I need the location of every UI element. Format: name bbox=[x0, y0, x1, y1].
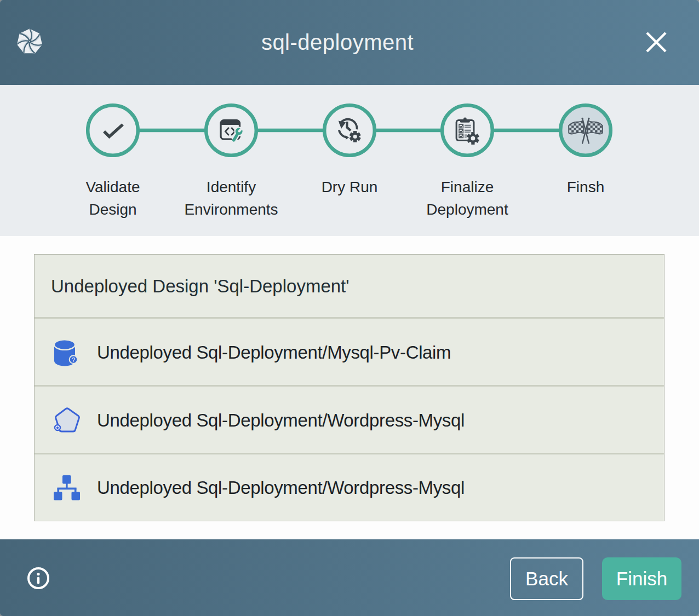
svg-text:?: ? bbox=[72, 356, 75, 362]
